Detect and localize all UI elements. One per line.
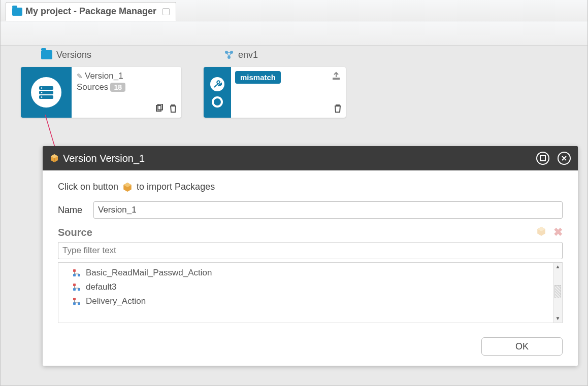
copy-button[interactable] xyxy=(155,104,164,115)
source-list: Basic_ReadMail_Passwd_Action default3 De… xyxy=(58,262,563,323)
panel-header: Version Version_1 xyxy=(43,146,578,170)
maximize-button[interactable] xyxy=(536,152,549,165)
maximize-icon xyxy=(540,155,546,161)
environment-card[interactable]: mismatch xyxy=(204,67,346,118)
trash-icon xyxy=(169,104,177,113)
svg-rect-19 xyxy=(73,298,76,300)
scroll-up-icon[interactable]: ▲ xyxy=(553,263,562,271)
delete-env-button[interactable] xyxy=(334,104,342,115)
env-label: env1 xyxy=(238,50,258,60)
sequence-icon xyxy=(73,297,81,305)
folder-icon xyxy=(12,8,22,16)
column-header-env: env1 xyxy=(224,50,258,60)
hint-after: to import Packages xyxy=(137,182,215,192)
sources-label: Sources xyxy=(77,82,108,92)
status-badge: mismatch xyxy=(235,71,281,84)
package-icon xyxy=(536,226,546,236)
svg-point-6 xyxy=(41,87,43,89)
svg-rect-17 xyxy=(73,288,76,291)
environment-icon xyxy=(224,50,234,60)
svg-point-7 xyxy=(41,92,43,93)
import-package-button[interactable] xyxy=(536,226,546,239)
svg-rect-12 xyxy=(540,156,545,161)
disc-icon xyxy=(212,96,223,108)
name-label: Name xyxy=(58,205,87,216)
sources-count-badge: 18 xyxy=(110,83,125,92)
package-icon xyxy=(50,154,59,163)
copy-icon xyxy=(155,104,164,113)
import-hint: Click on button to import Packages xyxy=(58,182,563,192)
upload-button[interactable] xyxy=(332,71,341,82)
list-item[interactable]: Basic_ReadMail_Passwd_Action xyxy=(58,266,562,280)
version-card-icon xyxy=(21,67,72,118)
tools-icon xyxy=(210,77,224,91)
edit-icon[interactable]: ✎ xyxy=(77,72,83,80)
svg-rect-16 xyxy=(73,284,76,286)
folder-icon xyxy=(41,50,52,59)
delete-button[interactable] xyxy=(169,104,177,115)
server-icon xyxy=(37,83,55,101)
tab-package-manager[interactable]: My project - Package Manager xyxy=(6,2,176,21)
close-icon xyxy=(561,155,567,161)
version-detail-panel: Version Version_1 Click on button to imp… xyxy=(43,146,578,366)
package-icon xyxy=(122,182,133,192)
upload-icon xyxy=(332,71,341,80)
svg-point-8 xyxy=(41,96,43,98)
source-section-label: Source xyxy=(58,227,92,238)
name-input[interactable] xyxy=(93,201,563,219)
source-filter-input[interactable] xyxy=(58,242,563,259)
close-panel-button[interactable] xyxy=(558,152,571,165)
panel-title: Version Version_1 xyxy=(63,153,145,164)
tab-title: My project - Package Manager xyxy=(25,6,156,17)
list-item[interactable]: Delivery_Action xyxy=(58,294,562,308)
list-item[interactable]: default3 xyxy=(58,280,562,294)
scrollbar[interactable]: ▲ ▼ xyxy=(553,263,562,323)
sequence-icon xyxy=(73,283,81,291)
sequence-icon xyxy=(73,269,81,277)
tab-close-button[interactable] xyxy=(162,8,170,15)
list-item-label: Delivery_Action xyxy=(86,296,146,306)
remove-source-button[interactable]: ✖ xyxy=(553,226,563,239)
svg-rect-13 xyxy=(73,269,76,272)
version-card[interactable]: ✎ Version_1 Sources 18 xyxy=(21,67,181,118)
scroll-down-icon[interactable]: ▼ xyxy=(553,314,562,323)
list-item-label: Basic_ReadMail_Passwd_Action xyxy=(86,268,212,278)
trash-icon xyxy=(334,104,342,113)
list-item-label: default3 xyxy=(86,282,117,292)
scroll-thumb[interactable] xyxy=(554,285,561,298)
svg-rect-14 xyxy=(73,274,76,276)
toolbar xyxy=(1,21,587,46)
versions-label: Versions xyxy=(56,50,91,60)
tab-bar: My project - Package Manager xyxy=(1,0,587,21)
ok-button[interactable]: OK xyxy=(481,337,563,356)
column-header-versions: Versions xyxy=(41,50,224,60)
svg-rect-20 xyxy=(73,302,76,305)
version-title: Version_1 xyxy=(85,71,123,81)
hint-before: Click on button xyxy=(58,182,118,192)
